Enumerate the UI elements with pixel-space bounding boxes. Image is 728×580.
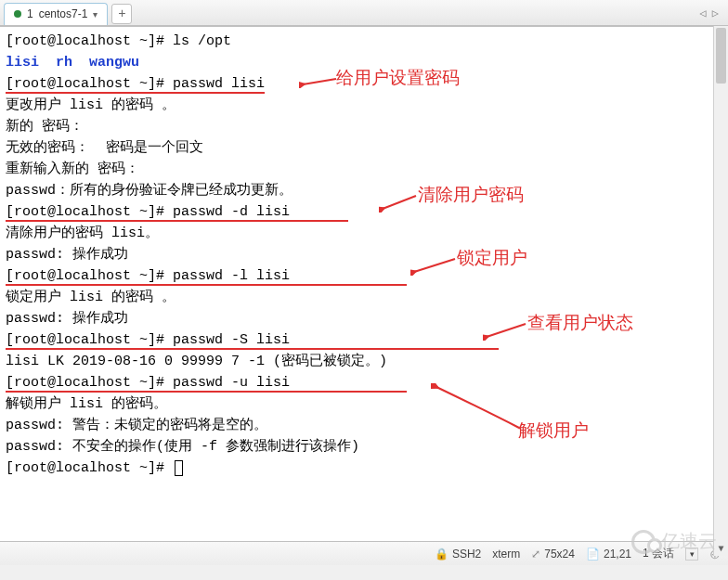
term-line: lisi LK 2019-08-16 0 99999 7 -1 (密码已被锁定。… bbox=[6, 351, 722, 372]
term-line: [root@localhost ~]# bbox=[6, 458, 722, 479]
tab-bar: 1 centos7-1 ▾ + ◁ ▷ bbox=[0, 0, 728, 26]
tab-nav: ◁ ▷ bbox=[698, 6, 724, 20]
dir-entry: wangwu bbox=[89, 55, 139, 71]
watermark-text: 亿速云 bbox=[661, 529, 717, 554]
terminal[interactable]: [root@localhost ~]# ls /opt lisi rh wang… bbox=[0, 26, 728, 541]
term-line: 锁定用户 lisi 的密码 。 bbox=[6, 287, 722, 308]
term-line: [root@localhost ~]# ls /opt bbox=[6, 31, 722, 52]
term-line: 无效的密码： 密码是一个回文 bbox=[6, 137, 722, 159]
status-protocol: 🔒 SSH2 bbox=[435, 548, 481, 561]
tab-chevron-icon[interactable]: ▾ bbox=[93, 9, 98, 19]
annotation-check-status: 查看用户状态 bbox=[527, 311, 633, 335]
term-line: 新的 密码： bbox=[6, 116, 722, 137]
status-size: ⤢ 75x24 bbox=[531, 548, 575, 561]
term-line: passwd: 操作成功 bbox=[6, 244, 722, 265]
tab-title: centos7-1 bbox=[39, 7, 88, 20]
tab-next-button[interactable]: ▷ bbox=[710, 6, 721, 20]
watermark-logo-icon bbox=[631, 530, 656, 554]
cursor-icon bbox=[175, 460, 183, 476]
term-line: [root@localhost ~]# passwd -l lisi bbox=[6, 265, 722, 287]
tab-prev-button[interactable]: ◁ bbox=[698, 6, 708, 20]
dir-entry: lisi bbox=[6, 55, 39, 71]
annotation-clear-password: 清除用户密码 bbox=[418, 183, 524, 207]
term-line: 更改用户 lisi 的密码 。 bbox=[6, 95, 722, 116]
term-line: [root@localhost ~]# passwd -u lisi bbox=[6, 372, 722, 393]
annotation-lock-user: 锁定用户 bbox=[457, 246, 527, 270]
add-tab-button[interactable]: + bbox=[111, 4, 132, 24]
annotation-set-password: 给用户设置密码 bbox=[336, 66, 460, 90]
annotation-unlock-user: 解锁用户 bbox=[518, 419, 589, 443]
tab-active[interactable]: 1 centos7-1 ▾ bbox=[4, 3, 108, 25]
scrollbar-thumb[interactable] bbox=[716, 28, 726, 84]
watermark: 亿速云 bbox=[631, 529, 717, 554]
term-line: 重新输入新的 密码： bbox=[6, 159, 722, 180]
dir-entry: rh bbox=[56, 55, 72, 71]
status-cursor-pos: 📄 21,21 bbox=[586, 548, 631, 561]
term-line: 解锁用户 lisi 的密码。 bbox=[6, 393, 722, 415]
term-line: 清除用户的密码 lisi。 bbox=[6, 223, 722, 244]
status-term-type: xterm bbox=[492, 548, 520, 561]
term-line: [root@localhost ~]# passwd -d lisi bbox=[6, 201, 722, 223]
lock-icon: 🔒 bbox=[435, 548, 448, 561]
term-line: passwd: 警告：未锁定的密码将是空的。 bbox=[6, 415, 722, 436]
scrollbar-vertical[interactable]: ▲ ▼ bbox=[713, 26, 728, 556]
term-line: passwd: 不安全的操作(使用 -f 参数强制进行该操作) bbox=[6, 436, 722, 458]
tab-index: 1 bbox=[27, 7, 33, 20]
connection-status-icon bbox=[14, 10, 21, 18]
status-bar: 🔒 SSH2 xterm ⤢ 75x24 📄 21,21 1 会话 ▾ ⊕ bbox=[0, 541, 728, 565]
term-line: passwd：所有的身份验证令牌已经成功更新。 bbox=[6, 180, 722, 201]
